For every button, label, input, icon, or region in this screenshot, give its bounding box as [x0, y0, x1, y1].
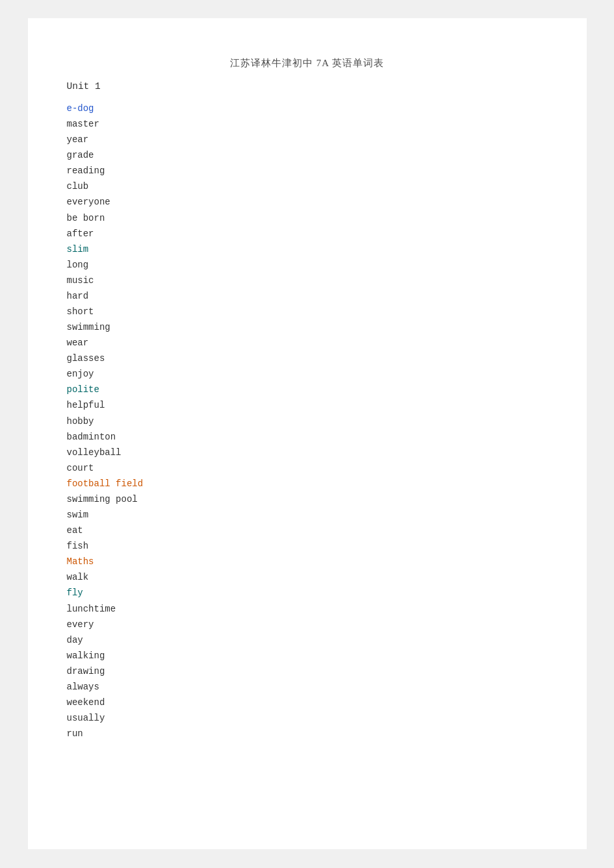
list-item: fish — [67, 538, 548, 554]
list-item: Maths — [67, 554, 548, 569]
list-item: club — [67, 179, 548, 194]
list-item: hard — [67, 288, 548, 304]
list-item: walking — [67, 648, 548, 663]
list-item: year — [67, 132, 548, 147]
list-item: hobby — [67, 414, 548, 429]
list-item: short — [67, 304, 548, 319]
list-item: football field — [67, 476, 548, 491]
list-item: swimming — [67, 319, 548, 335]
list-item: fly — [67, 585, 548, 601]
list-item: after — [67, 226, 548, 242]
list-item: drawing — [67, 663, 548, 679]
list-item: long — [67, 257, 548, 273]
list-item: everyone — [67, 194, 548, 210]
page-container: 江苏译林牛津初中 7A 英语单词表 Unit 1 e-dogmasteryear… — [28, 18, 587, 849]
list-item: court — [67, 460, 548, 476]
list-item: reading — [67, 163, 548, 179]
list-item: walk — [67, 569, 548, 585]
page-title: 江苏译林牛津初中 7A 英语单词表 — [67, 57, 548, 69]
list-item: be born — [67, 210, 548, 226]
list-item: wear — [67, 335, 548, 351]
list-item: volleyball — [67, 445, 548, 460]
list-item: badminton — [67, 429, 548, 445]
list-item: glasses — [67, 351, 548, 366]
list-item: every — [67, 617, 548, 632]
list-item: grade — [67, 147, 548, 163]
list-item: eat — [67, 523, 548, 538]
list-item: music — [67, 273, 548, 288]
list-item: e-dog — [67, 101, 548, 116]
list-item: slim — [67, 242, 548, 257]
unit-label: Unit 1 — [67, 81, 548, 92]
list-item: polite — [67, 382, 548, 397]
list-item: enjoy — [67, 366, 548, 382]
word-list: e-dogmasteryeargradereadingclubeveryoneb… — [67, 101, 548, 741]
list-item: helpful — [67, 397, 548, 413]
list-item: run — [67, 726, 548, 741]
list-item: lunchtime — [67, 601, 548, 617]
list-item: master — [67, 116, 548, 132]
list-item: swim — [67, 507, 548, 523]
list-item: day — [67, 632, 548, 648]
list-item: usually — [67, 710, 548, 726]
list-item: swimming pool — [67, 491, 548, 507]
list-item: always — [67, 679, 548, 695]
list-item: weekend — [67, 695, 548, 710]
